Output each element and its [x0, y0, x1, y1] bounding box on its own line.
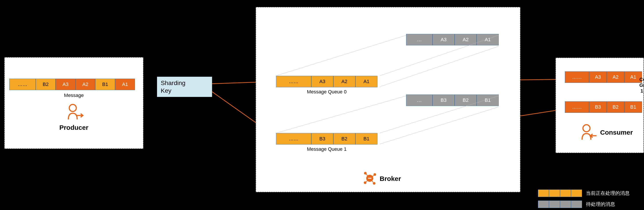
svg-point-24 — [583, 125, 590, 132]
legend-orange-swatch — [538, 190, 582, 197]
queue0-front-a3: A3 — [311, 76, 333, 87]
queue0-front-ellipsis: …… — [276, 76, 311, 87]
queue1-front-b3: B3 — [311, 133, 333, 144]
svg-line-11 — [380, 107, 499, 144]
consumer-title: Consumer — [600, 129, 633, 136]
svg-line-7 — [380, 35, 499, 76]
svg-point-19 — [373, 182, 376, 185]
legend-orange-label: 当前正在处理的消息 — [586, 190, 630, 196]
producer-cell-a3: A3 — [56, 79, 76, 90]
consumer-a-ellipsis: …… — [565, 72, 589, 83]
producer-title: Producer — [5, 124, 143, 131]
legend-grey-swatch — [538, 200, 582, 208]
consumer-row-a: …… A3 A2 A1 — [565, 72, 642, 83]
svg-line-22 — [366, 180, 368, 182]
svg-line-8 — [380, 46, 499, 87]
queue0-label: Message Queue 0 — [276, 89, 378, 95]
producer-cell-b2: B2 — [36, 79, 56, 90]
svg-line-6 — [276, 35, 406, 76]
sharding-key-box: Sharding Key — [157, 77, 212, 97]
svg-point-4 — [69, 104, 76, 112]
producer-cell-a2: A2 — [76, 79, 95, 90]
producer-person-icon — [64, 102, 84, 122]
broker-icon — [362, 170, 378, 186]
broker-panel: … A3 A2 A1 …… A3 A2 A1 Message Queue 0 …… — [256, 7, 520, 192]
producer-message-label: Message — [5, 92, 143, 98]
producer-panel: …… B2 A3 A2 B1 A1 Message Producer — [4, 57, 143, 149]
svg-line-10 — [380, 96, 499, 133]
svg-point-17 — [374, 173, 376, 176]
queue0-front-row: …… A3 A2 A1 — [276, 76, 378, 87]
queue1-front-ellipsis: …… — [276, 133, 311, 144]
consumer-a3: A3 — [589, 72, 607, 83]
producer-message-row: …… B2 A3 A2 B1 A1 — [9, 79, 135, 90]
consumer-group-label: Consumer Group 1 — [639, 77, 644, 94]
svg-line-23 — [372, 180, 373, 182]
queue0-front-a1: A1 — [356, 76, 378, 87]
svg-point-14 — [369, 178, 370, 179]
consumer-panel: …… A3 A2 A1 …… B3 B2 B1 Consumer — [556, 58, 644, 153]
consumer-a2: A2 — [607, 72, 624, 83]
consumer-b1: B1 — [624, 101, 642, 113]
queue1-front-b2: B2 — [333, 133, 356, 144]
queue1-front-row: …… B3 B2 B1 — [276, 133, 378, 144]
consumer-b2: B2 — [607, 101, 624, 113]
queue0-front-a2: A2 — [333, 76, 356, 87]
consumer-b-ellipsis: …… — [565, 101, 589, 113]
broker-title: Broker — [380, 175, 401, 182]
queue1-front-b1: B1 — [356, 133, 378, 144]
legend: 当前正在处理的消息 待处理的消息 — [538, 190, 644, 208]
consumer-row-b: …… B3 B2 B1 — [565, 101, 642, 113]
producer-cell-b1: B1 — [95, 79, 115, 90]
svg-line-9 — [276, 96, 406, 133]
producer-cell-ellipsis: …… — [9, 79, 36, 90]
svg-point-13 — [368, 178, 369, 179]
producer-cell-a1: A1 — [115, 79, 135, 90]
svg-point-18 — [364, 181, 366, 184]
queue1-label: Message Queue 1 — [276, 146, 378, 152]
consumer-person-icon — [578, 122, 598, 142]
legend-grey-label: 待处理的消息 — [586, 201, 615, 208]
consumer-b3: B3 — [589, 101, 607, 113]
svg-point-15 — [370, 178, 372, 179]
